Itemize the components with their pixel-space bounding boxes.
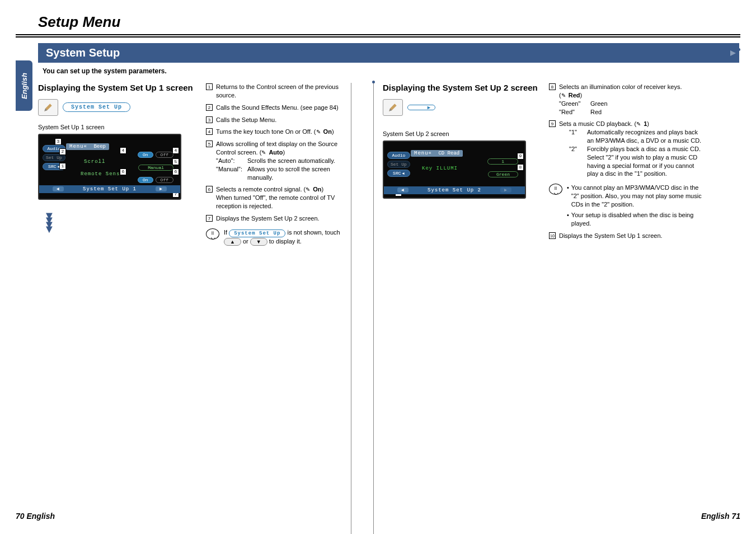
screen2-label: System Set Up 2 screen xyxy=(383,130,539,137)
callout-3: 3 xyxy=(55,138,62,145)
tip-box: ⠿ If System Set Up is not shown, touch ▲… xyxy=(206,228,344,246)
pencil-icon: ✎ xyxy=(561,92,567,97)
right-wrap: Displaying the System Set Up 2 screen ► … xyxy=(351,83,704,534)
page-number-left: 70 English xyxy=(16,512,55,521)
device-screen-2: Audio Set Up SRC 9 8 10 Menu« CD Read 1 xyxy=(383,140,526,199)
nav-right-pill[interactable]: ► xyxy=(407,105,435,110)
device-footer-2: ◄ System Set Up 2 ► xyxy=(384,186,525,194)
device-screen-1: Audio Set Up SRC 3 2 1 4 4 5 6 6 7 Menu«… xyxy=(38,134,181,200)
callout-2: 2 xyxy=(59,148,66,155)
page-number-right: English 71 xyxy=(701,512,740,521)
menu-bar-2: Menu« CD Read xyxy=(411,150,463,157)
desc-1: 1 Returns to the Control screen of the p… xyxy=(206,83,344,100)
scroll-manual-button[interactable]: Manual xyxy=(138,165,173,171)
desc-5: 5 Allows scrolling of text display on th… xyxy=(206,140,344,181)
callout-8: 8 xyxy=(517,164,524,171)
device-footer-1: ◄ System Set Up 1 ► xyxy=(39,185,180,193)
callout-6b: 6 xyxy=(172,168,179,175)
pencil-icon: ✎ xyxy=(261,149,267,154)
chevron-right-icon xyxy=(730,50,736,56)
tip-icon: ⠿ xyxy=(206,228,219,240)
content-columns: Displaying the System Set Up 1 screen Sy… xyxy=(16,83,740,534)
screen1-label: System Set Up 1 screen xyxy=(38,124,200,130)
src-button-2[interactable]: SRC xyxy=(387,170,410,177)
up-button-icon: ▲ xyxy=(224,238,241,246)
nav-right-button-2[interactable]: ► xyxy=(500,188,511,193)
remote-sensor-label: Remote Sensor xyxy=(44,171,127,177)
subheading-2: Displaying the System Set Up 2 screen xyxy=(383,83,539,93)
brush-icon xyxy=(43,102,54,113)
beep-on-button[interactable]: On xyxy=(138,152,153,158)
scroll-down-icon: ▼▼▼▼ xyxy=(44,213,200,231)
section-header: System Setup xyxy=(38,43,739,63)
cdread-1-button[interactable]: 1 xyxy=(487,158,518,165)
callout-5: 5 xyxy=(172,158,179,165)
callout-9: 9 xyxy=(517,153,524,160)
mode-button-row-2: ► xyxy=(383,99,539,116)
intro-text: You can set up the system parameters. xyxy=(43,67,740,75)
warn-box: ⠿ •You cannot play an MP3/WMA/VCD disc i… xyxy=(549,184,704,227)
descriptions-left: 1 Returns to the Control screen of the p… xyxy=(200,83,351,534)
callout-1: 1 xyxy=(59,163,66,170)
desc-7: 7 Displays the System Set Up 2 screen. xyxy=(206,214,344,223)
remote-off-button[interactable]: Off xyxy=(156,177,173,183)
setup-button-2[interactable]: Set Up xyxy=(387,161,410,168)
subheading-1: Displaying the System Set Up 1 screen xyxy=(38,83,200,93)
beep-off-button[interactable]: Off xyxy=(156,152,173,158)
menu-bar-1: Menu« Beep xyxy=(66,143,109,150)
desc-4: 4 Turns the key touch tone On or Off. (✎… xyxy=(206,128,344,136)
callout-6a: 6 xyxy=(120,168,126,175)
warn-icon: ⠿ xyxy=(549,184,562,195)
page-title: Setup Menu xyxy=(16,13,740,31)
callout-4b: 4 xyxy=(172,147,179,154)
down-button-icon: ▼ xyxy=(250,238,267,246)
tip-system-setup-pill: System Set Up xyxy=(229,229,285,237)
desc-3: 3 Calls the Setup Menu. xyxy=(206,116,344,124)
section-header-label: System Setup xyxy=(46,46,120,59)
pencil-icon: ✎ xyxy=(316,128,322,134)
brush-mode-button-2[interactable] xyxy=(383,99,403,116)
descriptions-right: 8 Selects an illumination color of recei… xyxy=(539,83,704,534)
nav-left-button-2[interactable]: ◄ xyxy=(397,188,408,193)
separator-dot-top-icon xyxy=(372,81,375,83)
right-column: Displaying the System Set Up 2 screen ► … xyxy=(374,83,539,534)
page-container: Setup Menu English System Setup You can … xyxy=(16,13,740,521)
desc-10: 10 Displays the System Set Up 1 screen. xyxy=(549,232,704,240)
system-setup-button[interactable]: System Set Up xyxy=(63,102,130,112)
remote-on-button[interactable]: On xyxy=(138,177,153,183)
nav-left-button[interactable]: ◄ xyxy=(53,186,64,191)
audio-button-2[interactable]: Audio xyxy=(387,152,410,159)
pencil-icon: ✎ xyxy=(306,186,311,191)
callout-4a: 4 xyxy=(120,147,126,154)
pencil-icon: ✎ xyxy=(636,120,642,126)
nav-right-button[interactable]: ► xyxy=(156,186,167,191)
mode-button-row-1: System Set Up xyxy=(38,99,200,116)
title-underline xyxy=(16,34,740,38)
brush-icon xyxy=(387,102,398,113)
desc-9: 9 Sets a music CD playback. (✎ 1) "1"Aut… xyxy=(549,120,704,178)
desc-8: 8 Selects an illumination color of recei… xyxy=(549,83,704,116)
left-column: Displaying the System Set Up 1 screen Sy… xyxy=(38,83,200,534)
illumi-green-button[interactable]: Green xyxy=(488,171,518,177)
desc-2: 2 Calls the Sound Effects Menu. (see pag… xyxy=(206,104,344,112)
brush-mode-button[interactable] xyxy=(38,99,58,116)
desc-6: 6 Selects a remote control signal. (✎ On… xyxy=(206,185,344,210)
